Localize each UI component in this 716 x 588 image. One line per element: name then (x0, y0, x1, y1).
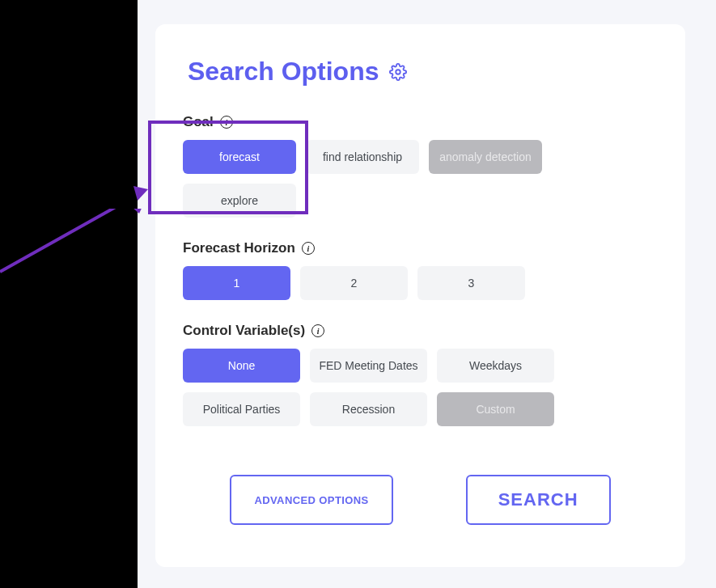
info-icon[interactable]: i (302, 242, 315, 255)
control-option-none[interactable]: None (183, 349, 300, 383)
horizon-label-row: Forecast Horizon i (183, 240, 658, 256)
goal-label-row: Goal i (183, 114, 658, 130)
horizon-options-row: 1 2 3 (183, 266, 658, 300)
goal-label: Goal (183, 114, 214, 130)
goal-option-explore[interactable]: explore (183, 184, 296, 218)
control-option-weekdays[interactable]: Weekdays (437, 349, 554, 383)
search-button[interactable]: SEARCH (466, 475, 611, 525)
control-option-recession[interactable]: Recession (310, 392, 427, 426)
gear-icon[interactable] (389, 63, 407, 81)
control-options-row: None FED Meeting Dates Weekdays Politica… (183, 349, 658, 426)
bottom-actions: ADVANCED OPTIONS SEARCH (183, 475, 658, 525)
control-option-fed-meeting-dates[interactable]: FED Meeting Dates (310, 349, 427, 383)
control-label: Control Variable(s) (183, 323, 305, 339)
advanced-options-button[interactable]: ADVANCED OPTIONS (230, 475, 392, 525)
search-options-card: Search Options Goal i forecast find rela… (155, 24, 685, 567)
control-section: Control Variable(s) i None FED Meeting D… (183, 323, 658, 426)
goal-options-row: forecast find relationship anomaly detec… (183, 140, 658, 218)
page-title: Search Options (188, 57, 379, 87)
left-sidebar-black (0, 0, 138, 588)
goal-section: Goal i forecast find relationship anomal… (183, 114, 658, 218)
info-icon[interactable]: i (311, 324, 324, 337)
svg-point-0 (396, 70, 400, 74)
horizon-option-1[interactable]: 1 (183, 266, 290, 300)
goal-option-find-relationship[interactable]: find relationship (306, 140, 419, 174)
horizon-label: Forecast Horizon (183, 240, 295, 256)
control-label-row: Control Variable(s) i (183, 323, 658, 339)
control-option-political-parties[interactable]: Political Parties (183, 392, 300, 426)
goal-option-anomaly-detection: anomaly detection (429, 140, 542, 174)
info-icon[interactable]: i (220, 116, 233, 129)
title-row: Search Options (188, 57, 658, 87)
horizon-option-3[interactable]: 3 (417, 266, 525, 300)
control-option-custom: Custom (437, 392, 554, 426)
horizon-section: Forecast Horizon i 1 2 3 (183, 240, 658, 300)
horizon-option-2[interactable]: 2 (300, 266, 408, 300)
goal-option-forecast[interactable]: forecast (183, 140, 296, 174)
